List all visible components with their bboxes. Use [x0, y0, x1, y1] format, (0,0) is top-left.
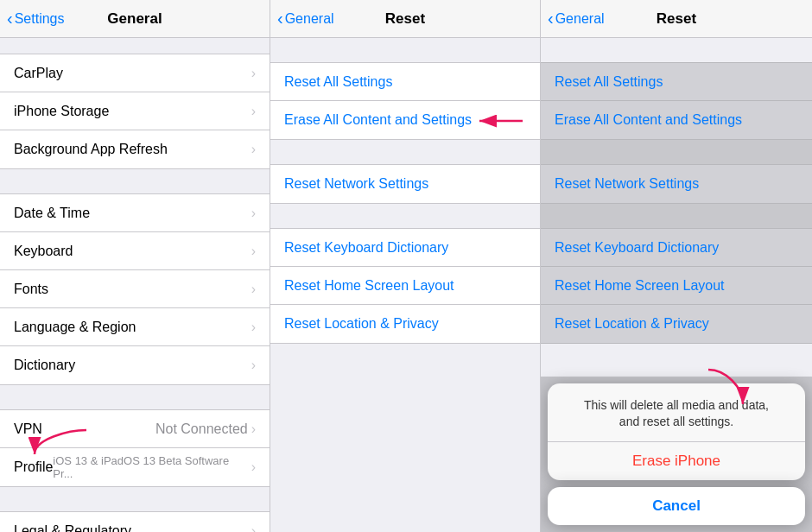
- profile-chevron-icon: ›: [251, 459, 256, 475]
- keyboard-label: Keyboard: [14, 244, 251, 259]
- right-reset-all-settings-item[interactable]: Reset All Settings: [541, 63, 812, 101]
- middle-back-label: General: [285, 11, 334, 27]
- list-item[interactable]: Date & Time ›: [0, 194, 270, 232]
- right-erase-all-content-label: Erase All Content and Settings: [555, 112, 798, 128]
- left-group-3: VPN Not Connected › Profile iOS 13 & iPa…: [0, 409, 270, 487]
- right-nav-bar: ‹ General Reset: [541, 0, 812, 38]
- cancel-label: Cancel: [652, 497, 701, 515]
- cancel-button[interactable]: Cancel: [548, 487, 805, 525]
- right-reset-location-privacy-item[interactable]: Reset Location & Privacy: [541, 305, 812, 343]
- list-item[interactable]: Legal & Regulatory ›: [0, 512, 270, 532]
- vpn-label: VPN: [14, 421, 155, 437]
- erase-iphone-button[interactable]: Erase iPhone: [548, 442, 805, 480]
- middle-nav-bar: ‹ General Reset: [270, 0, 540, 38]
- alert-message: This will delete all media and data,and …: [548, 383, 805, 442]
- right-group-2: Reset Network Settings: [541, 164, 812, 204]
- dictionary-chevron-icon: ›: [251, 358, 256, 373]
- date-time-label: Date & Time: [14, 206, 251, 221]
- vpn-value: Not Connected: [155, 421, 248, 437]
- right-erase-all-content-item[interactable]: Erase All Content and Settings: [541, 101, 812, 139]
- vpn-chevron-icon: ›: [251, 421, 256, 437]
- profile-value: iOS 13 & iPadOS 13 Beta Software Pr...: [53, 454, 247, 480]
- profile-label: Profile: [14, 459, 53, 475]
- bg-app-refresh-chevron-icon: ›: [251, 142, 256, 157]
- dictionary-label: Dictionary: [14, 358, 251, 373]
- erase-iphone-label: Erase iPhone: [632, 453, 720, 470]
- reset-network-item[interactable]: Reset Network Settings: [270, 165, 540, 203]
- alert-container: This will delete all media and data,and …: [541, 377, 812, 532]
- list-item[interactable]: VPN Not Connected ›: [0, 410, 270, 448]
- list-item[interactable]: Background App Refresh ›: [0, 130, 270, 168]
- right-reset-keyboard-dict-item[interactable]: Reset Keyboard Dictionary: [541, 229, 812, 267]
- right-group-3: Reset Keyboard Dictionary Reset Home Scr…: [541, 228, 812, 344]
- iphone-storage-label: iPhone Storage: [14, 104, 251, 119]
- right-erase-arrow: [691, 361, 760, 413]
- middle-back-button[interactable]: ‹ General: [277, 10, 334, 27]
- list-item[interactable]: Keyboard ›: [0, 232, 270, 270]
- language-region-label: Language & Region: [14, 320, 251, 335]
- right-reset-location-privacy-label: Reset Location & Privacy: [555, 316, 798, 332]
- list-item[interactable]: Language & Region ›: [0, 308, 270, 346]
- fonts-chevron-icon: ›: [251, 282, 256, 297]
- legal-regulatory-chevron-icon: ›: [251, 523, 256, 532]
- middle-panel: ‹ General Reset Reset All Settings Erase…: [270, 0, 541, 532]
- list-item[interactable]: Fonts ›: [0, 270, 270, 308]
- list-item[interactable]: iPhone Storage ›: [0, 92, 270, 130]
- right-back-label: General: [555, 11, 605, 27]
- fonts-label: Fonts: [14, 282, 251, 297]
- date-time-chevron-icon: ›: [251, 206, 256, 221]
- right-group-1: Reset All Settings Erase All Content and…: [541, 62, 812, 140]
- middle-back-chevron-icon: ‹: [277, 10, 283, 27]
- reset-keyboard-dict-item[interactable]: Reset Keyboard Dictionary: [270, 229, 540, 267]
- carplay-label: CarPlay: [14, 66, 251, 81]
- right-panel: ‹ General Reset Reset All Settings Erase…: [541, 0, 812, 532]
- right-back-button[interactable]: ‹ General: [548, 10, 605, 27]
- left-panel: ‹ Settings General CarPlay › iPhone Stor…: [0, 0, 270, 532]
- middle-group-2: Reset Network Settings: [270, 164, 540, 204]
- language-region-chevron-icon: ›: [251, 320, 256, 335]
- left-group-1: CarPlay › iPhone Storage › Background Ap…: [0, 54, 270, 169]
- left-scroll-area: CarPlay › iPhone Storage › Background Ap…: [0, 38, 270, 532]
- right-reset-network-item[interactable]: Reset Network Settings: [541, 165, 812, 203]
- left-back-chevron-icon: ‹: [7, 10, 13, 27]
- list-item[interactable]: Profile iOS 13 & iPadOS 13 Beta Software…: [0, 448, 270, 486]
- right-reset-home-screen-label: Reset Home Screen Layout: [555, 278, 798, 294]
- right-reset-keyboard-dict-label: Reset Keyboard Dictionary: [555, 240, 798, 256]
- left-group-2: Date & Time › Keyboard › Fonts › Languag…: [0, 193, 270, 385]
- left-back-label: Settings: [15, 11, 65, 27]
- right-reset-network-label: Reset Network Settings: [555, 176, 798, 192]
- alert-box: This will delete all media and data,and …: [548, 383, 805, 480]
- list-item[interactable]: CarPlay ›: [0, 54, 270, 92]
- right-reset-home-screen-item[interactable]: Reset Home Screen Layout: [541, 267, 812, 305]
- reset-home-screen-item[interactable]: Reset Home Screen Layout: [270, 267, 540, 305]
- iphone-storage-chevron-icon: ›: [251, 104, 256, 119]
- left-nav-bar: ‹ Settings General: [0, 0, 270, 38]
- reset-keyboard-dict-label: Reset Keyboard Dictionary: [284, 240, 526, 256]
- middle-erase-arrow: [462, 104, 531, 138]
- left-group-4: Legal & Regulatory ›: [0, 511, 270, 532]
- reset-location-privacy-item[interactable]: Reset Location & Privacy: [270, 305, 540, 343]
- middle-group-3: Reset Keyboard Dictionary Reset Home Scr…: [270, 228, 540, 344]
- carplay-chevron-icon: ›: [251, 66, 256, 81]
- reset-all-settings-label: Reset All Settings: [284, 74, 526, 90]
- list-item[interactable]: Dictionary ›: [0, 346, 270, 384]
- reset-location-privacy-label: Reset Location & Privacy: [284, 316, 526, 332]
- right-nav-title: Reset: [657, 10, 696, 28]
- right-back-chevron-icon: ‹: [548, 10, 554, 27]
- left-back-button[interactable]: ‹ Settings: [7, 10, 64, 27]
- reset-network-label: Reset Network Settings: [284, 176, 526, 192]
- keyboard-chevron-icon: ›: [251, 244, 256, 259]
- left-nav-title: General: [107, 10, 162, 28]
- reset-all-settings-item[interactable]: Reset All Settings: [270, 63, 540, 101]
- reset-home-screen-label: Reset Home Screen Layout: [284, 278, 526, 294]
- right-reset-all-settings-label: Reset All Settings: [555, 74, 798, 90]
- middle-nav-title: Reset: [385, 10, 425, 28]
- bg-app-refresh-label: Background App Refresh: [14, 142, 251, 157]
- legal-regulatory-label: Legal & Regulatory: [14, 523, 251, 532]
